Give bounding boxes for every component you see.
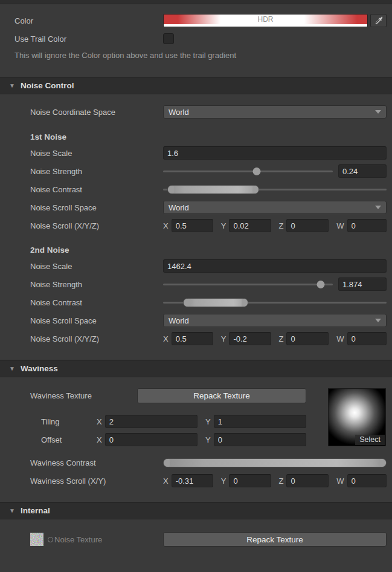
foldout-arrow-icon[interactable]: ▼ xyxy=(9,83,15,89)
chevron-down-icon xyxy=(375,110,381,114)
max-handle[interactable] xyxy=(380,459,386,467)
repack-texture-button[interactable]: Repack Texture xyxy=(137,388,306,403)
noise2-scroll-label: Noise Scroll (X/Y/Z) xyxy=(30,334,163,343)
noise2-strength-row: Noise Strength xyxy=(30,278,387,291)
axis-label-y: Y xyxy=(221,476,227,486)
noise-control-header[interactable]: ▼ Noise Control xyxy=(0,77,392,94)
noise-coordinate-space-value: World xyxy=(169,108,189,117)
slider-track xyxy=(163,284,333,285)
color-row: Color HDR xyxy=(14,14,387,27)
tiling-row: Tiling X Y xyxy=(30,415,306,428)
max-handle[interactable] xyxy=(242,299,248,307)
waviness-contrast-minmax-slider[interactable] xyxy=(163,456,387,469)
axis-label-x: X xyxy=(97,417,102,426)
noise2-scale-input[interactable] xyxy=(163,259,387,273)
noise2-scroll-row: Noise Scroll (X/Y/Z) X Y Z W xyxy=(30,332,387,345)
noise1-scale-input[interactable] xyxy=(163,146,387,160)
axis-label-y: Y xyxy=(221,221,227,230)
tiling-x-input[interactable] xyxy=(105,415,198,428)
tiling-y-input[interactable] xyxy=(214,415,306,428)
noise1-strength-input[interactable] xyxy=(338,164,387,178)
texture-select-button[interactable]: Select xyxy=(355,435,385,445)
noise1-scroll-x-input[interactable] xyxy=(172,219,213,232)
noise2-scroll-space-dropdown[interactable]: World xyxy=(163,314,387,327)
internal-header[interactable]: ▼ Internal xyxy=(0,502,392,519)
minmax-range-bar[interactable] xyxy=(167,185,259,194)
use-trail-color-checkbox[interactable] xyxy=(163,33,174,44)
noise-coordinate-space-row: Noise Coordinate Space World xyxy=(30,105,387,119)
color-gradient-field[interactable]: HDR xyxy=(163,14,368,27)
noise2-scroll-z-input[interactable] xyxy=(286,332,329,345)
axis-label-w: W xyxy=(336,221,344,230)
noise1-scroll-z-input[interactable] xyxy=(286,219,329,232)
axis-label-x: X xyxy=(163,476,169,486)
slider-track xyxy=(163,171,333,172)
noise2-contrast-minmax-slider[interactable] xyxy=(163,296,387,309)
waviness-title: Waviness xyxy=(21,364,58,373)
axis-label-w: W xyxy=(336,476,344,486)
noise2-scroll-y-input[interactable] xyxy=(229,332,271,345)
waviness-scroll-x-input[interactable] xyxy=(172,474,213,487)
noise1-scroll-label: Noise Scroll (X/Y/Z) xyxy=(30,221,163,230)
max-handle[interactable] xyxy=(252,186,259,193)
axis-label-z: Z xyxy=(279,476,284,486)
waviness-scroll-w-input[interactable] xyxy=(347,474,387,487)
noise1-scale-row: Noise Scale xyxy=(30,146,387,160)
offset-x-input[interactable] xyxy=(105,433,198,446)
minmax-range-bar[interactable] xyxy=(183,298,248,307)
waviness-texture-label: Waviness Texture xyxy=(30,391,137,400)
noise2-contrast-row: Noise Contrast xyxy=(30,296,387,309)
noise2-contrast-label: Noise Contrast xyxy=(30,298,163,307)
noise-coordinate-space-label: Noise Coordinate Space xyxy=(30,108,163,117)
trail-color-help-text: This will ignore the Color option above … xyxy=(14,51,380,60)
noise1-strength-row: Noise Strength xyxy=(30,164,387,178)
noise2-strength-input[interactable] xyxy=(338,278,387,291)
foldout-arrow-icon[interactable]: ▼ xyxy=(9,508,15,514)
offset-label: Offset xyxy=(41,435,89,444)
slider-handle[interactable] xyxy=(317,281,325,288)
noise1-contrast-row: Noise Contrast xyxy=(30,183,387,196)
eyedropper-icon xyxy=(374,16,383,25)
eyedropper-button[interactable] xyxy=(370,14,387,27)
noise1-scroll-space-dropdown[interactable]: World xyxy=(163,201,387,214)
slider-handle[interactable] xyxy=(252,167,260,175)
foldout-arrow-icon[interactable]: ▼ xyxy=(9,366,15,372)
noise1-contrast-minmax-slider[interactable] xyxy=(163,183,387,196)
noise-texture-thumbnail[interactable] xyxy=(30,533,43,546)
axis-label-z: Z xyxy=(279,334,284,343)
noise2-scroll-w-input[interactable] xyxy=(347,332,387,345)
noise2-strength-label: Noise Strength xyxy=(30,280,163,289)
min-handle[interactable] xyxy=(184,299,190,307)
axis-label-w: W xyxy=(336,334,344,343)
hdr-badge: HDR xyxy=(164,15,367,24)
noise2-scale-label: Noise Scale xyxy=(30,262,163,271)
waviness-contrast-label: Waviness Contrast xyxy=(30,458,163,467)
offset-row: Offset X Y xyxy=(30,433,306,446)
waviness-contrast-row: Waviness Contrast xyxy=(30,456,387,469)
waviness-scroll-y-input[interactable] xyxy=(229,474,271,487)
noise1-strength-slider[interactable] xyxy=(163,164,333,178)
axis-label-y: Y xyxy=(221,334,227,343)
offset-y-input[interactable] xyxy=(214,433,306,446)
waviness-texture-preview[interactable]: Select xyxy=(328,388,386,446)
second-noise-subheader: 2nd Noise xyxy=(30,245,392,255)
noise1-scroll-space-label: Noise Scroll Space xyxy=(30,203,163,212)
noise1-scroll-y-input[interactable] xyxy=(229,219,271,232)
waviness-header[interactable]: ▼ Waviness xyxy=(0,360,392,377)
noise1-contrast-label: Noise Contrast xyxy=(30,185,163,194)
min-handle[interactable] xyxy=(164,459,170,467)
minmax-range-bar[interactable] xyxy=(163,458,387,467)
first-noise-subheader: 1st Noise xyxy=(30,132,392,141)
noise2-scroll-x-input[interactable] xyxy=(172,332,213,345)
internal-repack-texture-button[interactable]: Repack Texture xyxy=(163,532,387,547)
noise-control-title: Noise Control xyxy=(21,81,74,90)
noise-coordinate-space-dropdown[interactable]: World xyxy=(163,105,387,119)
axis-label-y: Y xyxy=(205,417,211,426)
noise1-scroll-w-input[interactable] xyxy=(347,219,387,232)
min-handle[interactable] xyxy=(168,186,174,193)
noise2-strength-slider[interactable] xyxy=(163,278,333,291)
noise1-scroll-space-row: Noise Scroll Space World xyxy=(30,201,387,214)
waviness-scroll-z-input[interactable] xyxy=(286,474,329,487)
noise1-strength-label: Noise Strength xyxy=(30,167,163,176)
noise2-scale-row: Noise Scale xyxy=(30,259,387,273)
